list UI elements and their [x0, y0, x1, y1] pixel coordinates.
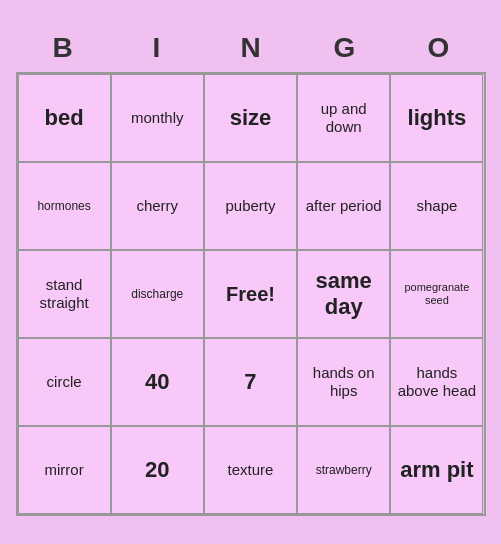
header-i: I	[110, 28, 204, 68]
bingo-cell-20: mirror	[18, 426, 111, 514]
header-n: N	[204, 28, 298, 68]
bingo-cell-16: 40	[111, 338, 204, 426]
bingo-cell-9: shape	[390, 162, 483, 250]
bingo-cell-12: Free!	[204, 250, 297, 338]
bingo-cell-21: 20	[111, 426, 204, 514]
bingo-cell-15: circle	[18, 338, 111, 426]
bingo-cell-7: puberty	[204, 162, 297, 250]
bingo-cell-1: monthly	[111, 74, 204, 162]
header-o: O	[392, 28, 486, 68]
bingo-cell-13: same day	[297, 250, 390, 338]
bingo-cell-0: bed	[18, 74, 111, 162]
bingo-card: B I N G O bedmonthlysizeup and downlight…	[6, 18, 496, 526]
bingo-cell-11: discharge	[111, 250, 204, 338]
bingo-cell-5: hormones	[18, 162, 111, 250]
bingo-header: B I N G O	[16, 28, 486, 68]
header-b: B	[16, 28, 110, 68]
bingo-cell-2: size	[204, 74, 297, 162]
bingo-cell-8: after period	[297, 162, 390, 250]
bingo-grid: bedmonthlysizeup and downlightshormonesc…	[16, 72, 486, 516]
bingo-cell-6: cherry	[111, 162, 204, 250]
bingo-cell-4: lights	[390, 74, 483, 162]
bingo-cell-17: 7	[204, 338, 297, 426]
bingo-cell-10: stand straight	[18, 250, 111, 338]
header-g: G	[298, 28, 392, 68]
bingo-cell-24: arm pit	[390, 426, 483, 514]
bingo-cell-18: hands on hips	[297, 338, 390, 426]
bingo-cell-14: pomegranate seed	[390, 250, 483, 338]
bingo-cell-22: texture	[204, 426, 297, 514]
bingo-cell-23: strawberry	[297, 426, 390, 514]
bingo-cell-19: hands above head	[390, 338, 483, 426]
bingo-cell-3: up and down	[297, 74, 390, 162]
